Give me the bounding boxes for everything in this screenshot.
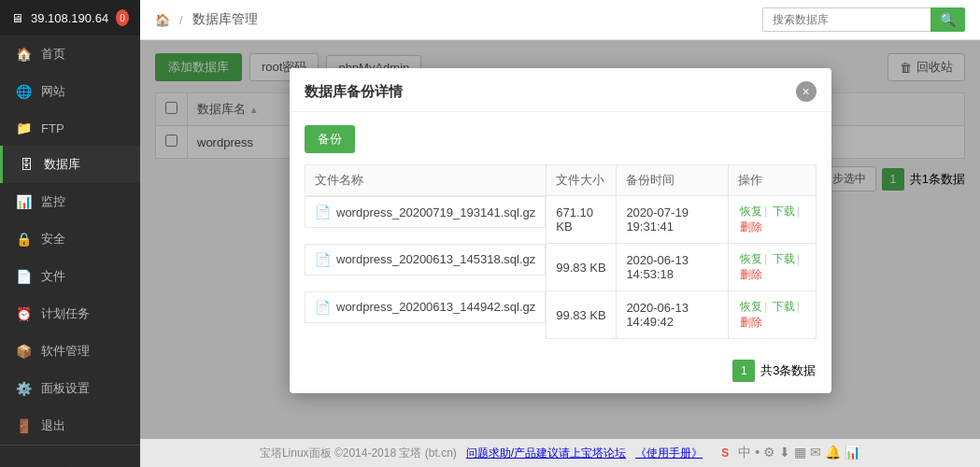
notification-badge: 0 [116,9,129,26]
file-icon: 📄 [315,205,331,219]
sidebar-item-files[interactable]: 📄 文件 [0,258,140,295]
file-icon: 📄 [315,300,331,315]
panel-icon: ⚙️ [15,381,32,396]
sidebar-header: 🖥 39.108.190.64 0 [0,0,140,35]
modal-overlay: 数据库备份详情 × 备份 文件名称 文件大小 备份时间 操作 [140,40,980,439]
sidebar-item-label: 计划任务 [41,305,90,322]
sep: | [764,300,767,313]
file-action-links: 恢复| 下载| 删除 [738,299,800,329]
restore-link[interactable]: 恢复 [740,205,762,218]
download-link[interactable]: 下载 [773,252,795,265]
col-op: 操作 [729,165,816,196]
content-area: 添加数据库 root密码 phpMyAdmin 🗑 回收站 数据库名 ▲ 用户名… [140,40,980,439]
backup-modal: 数据库备份详情 × 备份 文件名称 文件大小 备份时间 操作 [290,68,831,393]
filename-text: wordpress_20200613_144942.sql.gz [336,300,535,314]
sidebar-item-logout[interactable]: 🚪 退出 [0,407,140,445]
modal-table-row: 📄 wordpress_20200613_145318.sql.gz 99.83… [305,244,816,291]
footer-icons: 中 • ⚙ ⬇ ▦ ✉ 🔔 📊 [738,445,860,461]
file-actions-cell: 恢复| 下载| 删除 [729,291,816,339]
backup-table: 文件名称 文件大小 备份时间 操作 📄 wordpress_20200719_1… [305,164,817,339]
delete-file-link[interactable]: 删除 [740,316,762,329]
server-ip: 39.108.190.64 [31,11,108,25]
col-filename: 文件名称 [305,165,547,196]
sidebar-footer: + [0,445,140,467]
backuptime-cell: 2020-06-13 14:53:18 [617,244,729,291]
help-link[interactable]: 问题求助/产品建议请上宝塔论坛 [466,446,626,461]
modal-btn-row: 备份 [305,125,817,153]
mail-icon: ✉ [810,445,821,461]
topbar-home-icon: 🏠 [155,13,170,27]
sidebar: 🖥 39.108.190.64 0 🏠 首页 🌐 网站 📁 FTP 🗄 数据库 … [0,0,140,467]
filename-cell: 📄 wordpress_20200613_145318.sql.gz [305,244,546,276]
sidebar-item-ftp[interactable]: 📁 FTP [0,110,140,146]
zh-icon: 中 [738,445,751,461]
sidebar-item-panel[interactable]: ⚙️ 面板设置 [0,370,140,407]
manual-link[interactable]: 《使用手册》 [635,446,703,461]
add-button[interactable]: + [0,453,140,467]
page-title: 数据库管理 [192,11,258,28]
sidebar-item-label: 网站 [41,83,65,100]
filename-cell: 📄 wordpress_20200613_144942.sql.gz [305,291,546,323]
file-actions-cell: 恢复| 下载| 删除 [729,244,816,291]
security-icon: 🔒 [15,232,32,247]
modal-footer: 1 共3条数据 [290,352,831,393]
sidebar-item-monitor[interactable]: 📊 监控 [0,183,140,220]
sep: | [764,252,767,265]
sidebar-item-website[interactable]: 🌐 网站 [0,73,140,110]
modal-table-row: 📄 wordpress_20200613_144942.sql.gz 99.83… [305,291,816,339]
sep: | [797,252,800,265]
filesize-cell: 99.83 KB [547,244,617,291]
filesize-cell: 99.83 KB [547,291,617,339]
home-icon: 🏠 [15,47,32,62]
file-action-links: 恢复| 下载| 删除 [738,204,800,234]
sidebar-item-label: 退出 [41,417,65,434]
modal-header: 数据库备份详情 × [290,68,831,112]
sidebar-item-security[interactable]: 🔒 安全 [0,220,140,258]
search-input[interactable] [762,7,930,32]
backup-button[interactable]: 备份 [305,125,355,153]
delete-file-link[interactable]: 删除 [740,268,762,281]
filename-text: wordpress_20200719_193141.sql.gz [336,205,535,219]
sep: | [797,300,800,313]
download-link[interactable]: 下载 [773,300,795,313]
filesize-cell: 671.10 KB [547,196,617,244]
search-button[interactable]: 🔍 [930,7,965,32]
grid-icon: ▦ [794,445,806,461]
software-icon: 📦 [15,344,32,359]
sidebar-item-home[interactable]: 🏠 首页 [0,35,140,73]
sidebar-item-label: 监控 [41,193,65,210]
sidebar-item-label: 数据库 [44,156,80,173]
col-backuptime: 备份时间 [617,165,729,196]
sidebar-item-cron[interactable]: ⏰ 计划任务 [0,295,140,333]
sidebar-item-software[interactable]: 📦 软件管理 [0,333,140,370]
restore-link[interactable]: 恢复 [740,300,762,313]
download-icon: ⬇ [779,445,790,461]
topbar: 🏠 / 数据库管理 🔍 [140,0,980,40]
logout-icon: 🚪 [15,418,32,433]
modal-total-records: 共3条数据 [760,362,816,379]
website-icon: 🌐 [15,84,32,99]
database-icon: 🗄 [18,157,35,172]
search-bar: 🔍 [762,7,965,32]
download-link[interactable]: 下载 [773,205,795,218]
modal-close-button[interactable]: × [796,81,817,102]
delete-file-link[interactable]: 删除 [740,220,762,234]
ftp-icon: 📁 [15,120,32,135]
copyright-text: 宝塔Linux面板 ©2014-2018 宝塔 (bt.cn) [260,446,457,461]
chart-icon: 📊 [845,445,860,461]
files-icon: 📄 [15,269,32,284]
col-filesize: 文件大小 [547,165,617,196]
sidebar-item-label: FTP [41,121,64,135]
restore-link[interactable]: 恢复 [740,252,762,265]
file-icon: 📄 [315,252,331,267]
main-area: 🏠 / 数据库管理 🔍 添加数据库 root密码 phpMyAdmin 🗑 回收… [140,0,980,467]
filename-cell: 📄 wordpress_20200719_193141.sql.gz [305,196,546,228]
sidebar-item-database[interactable]: 🗄 数据库 [0,146,140,183]
modal-table-row: 📄 wordpress_20200719_193141.sql.gz 671.1… [305,196,816,244]
modal-page-number: 1 [732,360,755,382]
modal-title: 数据库备份详情 [305,83,403,101]
sidebar-item-label: 首页 [41,46,65,63]
sep: | [764,205,767,218]
sidebar-item-label: 软件管理 [41,343,90,360]
breadcrumb-sep: / [179,13,183,27]
